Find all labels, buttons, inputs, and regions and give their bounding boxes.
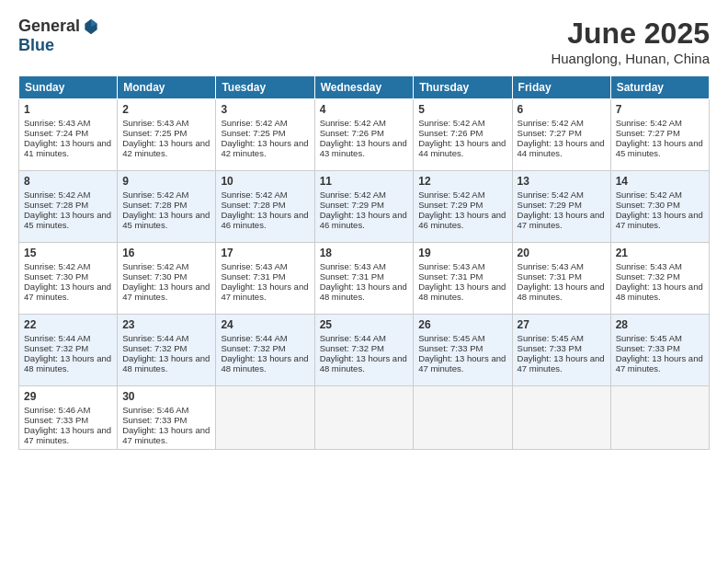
sunrise-label: Sunrise: 5:43 AM — [24, 118, 90, 128]
sunrise-label: Sunrise: 5:42 AM — [221, 190, 287, 200]
daylight-label: Daylight: 13 hours and 47 minutes. — [518, 353, 605, 373]
calendar-cell-w1-d1: 2 Sunrise: 5:43 AM Sunset: 7:25 PM Dayli… — [118, 99, 216, 171]
calendar-cell-w5-d1: 30 Sunrise: 5:46 AM Sunset: 7:33 PM Dayl… — [118, 386, 216, 450]
day-number: 27 — [518, 318, 606, 331]
daylight-label: Daylight: 13 hours and 42 minutes. — [122, 138, 210, 158]
calendar-cell-w1-d4: 5 Sunrise: 5:42 AM Sunset: 7:26 PM Dayli… — [414, 99, 512, 171]
calendar-week-1: 1 Sunrise: 5:43 AM Sunset: 7:24 PM Dayli… — [19, 99, 710, 171]
sunrise-label: Sunrise: 5:42 AM — [24, 190, 90, 200]
calendar-week-2: 8 Sunrise: 5:42 AM Sunset: 7:28 PM Dayli… — [19, 171, 710, 243]
calendar-cell-w5-d4 — [414, 386, 512, 450]
day-number: 23 — [122, 318, 210, 331]
sunrise-label: Sunrise: 5:46 AM — [122, 405, 188, 415]
daylight-label: Daylight: 13 hours and 44 minutes. — [518, 138, 605, 158]
calendar-cell-w5-d2 — [216, 386, 314, 450]
sunset-label: Sunset: 7:33 PM — [616, 343, 680, 353]
logo: General Blue — [18, 17, 100, 55]
day-number: 8 — [24, 175, 112, 188]
calendar-cell-w4-d1: 23 Sunrise: 5:44 AM Sunset: 7:32 PM Dayl… — [118, 315, 216, 386]
calendar-cell-w1-d3: 4 Sunrise: 5:42 AM Sunset: 7:26 PM Dayli… — [314, 99, 414, 171]
daylight-label: Daylight: 13 hours and 48 minutes. — [122, 353, 210, 373]
sunset-label: Sunset: 7:28 PM — [122, 200, 187, 210]
sunrise-label: Sunrise: 5:43 AM — [320, 261, 386, 271]
sunset-label: Sunset: 7:33 PM — [518, 343, 582, 353]
sunset-label: Sunset: 7:26 PM — [320, 128, 384, 138]
calendar-cell-w4-d3: 25 Sunrise: 5:44 AM Sunset: 7:32 PM Dayl… — [314, 315, 414, 386]
daylight-label: Daylight: 13 hours and 48 minutes. — [418, 282, 506, 302]
daylight-label: Daylight: 13 hours and 48 minutes. — [518, 282, 605, 302]
daylight-label: Daylight: 13 hours and 47 minutes. — [616, 210, 703, 230]
calendar-cell-w2-d1: 9 Sunrise: 5:42 AM Sunset: 7:28 PM Dayli… — [118, 171, 216, 243]
daylight-label: Daylight: 13 hours and 47 minutes. — [418, 353, 506, 373]
daylight-label: Daylight: 13 hours and 47 minutes. — [616, 353, 703, 373]
logo-blue-text: Blue — [18, 36, 54, 55]
day-number: 9 — [122, 175, 210, 188]
sunset-label: Sunset: 7:31 PM — [320, 271, 384, 282]
daylight-label: Daylight: 13 hours and 47 minutes. — [518, 210, 605, 230]
calendar-cell-w2-d5: 13 Sunrise: 5:42 AM Sunset: 7:29 PM Dayl… — [512, 171, 610, 243]
day-number: 14 — [616, 175, 704, 188]
daylight-label: Daylight: 13 hours and 47 minutes. — [122, 282, 210, 302]
day-number: 17 — [221, 247, 309, 259]
sunset-label: Sunset: 7:28 PM — [221, 200, 285, 210]
sunset-label: Sunset: 7:25 PM — [221, 128, 285, 138]
day-number: 6 — [518, 103, 606, 116]
month-title: June 2025 — [551, 17, 710, 51]
sunrise-label: Sunrise: 5:45 AM — [418, 333, 484, 343]
calendar-cell-w1-d5: 6 Sunrise: 5:42 AM Sunset: 7:27 PM Dayli… — [512, 99, 610, 171]
header-tuesday: Tuesday — [216, 76, 314, 99]
sunrise-label: Sunrise: 5:42 AM — [518, 118, 584, 128]
sunrise-label: Sunrise: 5:42 AM — [320, 118, 386, 128]
calendar-week-5: 29 Sunrise: 5:46 AM Sunset: 7:33 PM Dayl… — [19, 386, 710, 450]
title-block: June 2025 Huanglong, Hunan, China — [551, 17, 710, 66]
logo-icon — [82, 17, 100, 36]
sunset-label: Sunset: 7:28 PM — [24, 200, 88, 210]
calendar-cell-w5-d5 — [512, 386, 610, 450]
header: General Blue June 2025 Huanglong, Hunan,… — [18, 17, 710, 66]
sunset-label: Sunset: 7:32 PM — [221, 343, 285, 353]
header-friday: Friday — [512, 76, 610, 99]
sunrise-label: Sunrise: 5:42 AM — [122, 261, 188, 271]
day-number: 28 — [616, 318, 704, 331]
day-number: 15 — [24, 247, 112, 259]
calendar-cell-w3-d0: 15 Sunrise: 5:42 AM Sunset: 7:30 PM Dayl… — [19, 243, 118, 315]
calendar-week-3: 15 Sunrise: 5:42 AM Sunset: 7:30 PM Dayl… — [19, 243, 710, 315]
sunset-label: Sunset: 7:27 PM — [616, 128, 680, 138]
sunset-label: Sunset: 7:27 PM — [518, 128, 582, 138]
sunrise-label: Sunrise: 5:42 AM — [518, 190, 584, 200]
day-number: 4 — [320, 103, 409, 116]
daylight-label: Daylight: 13 hours and 41 minutes. — [24, 138, 111, 158]
sunrise-label: Sunrise: 5:45 AM — [616, 333, 682, 343]
sunset-label: Sunset: 7:30 PM — [122, 271, 187, 282]
day-number: 25 — [320, 318, 409, 331]
calendar-cell-w2-d0: 8 Sunrise: 5:42 AM Sunset: 7:28 PM Dayli… — [19, 171, 118, 243]
daylight-label: Daylight: 13 hours and 48 minutes. — [616, 282, 703, 302]
sunset-label: Sunset: 7:33 PM — [24, 415, 88, 425]
sunset-label: Sunset: 7:29 PM — [518, 200, 582, 210]
daylight-label: Daylight: 13 hours and 47 minutes. — [24, 425, 111, 445]
day-number: 11 — [320, 175, 409, 188]
sunrise-label: Sunrise: 5:44 AM — [221, 333, 287, 343]
calendar-cell-w2-d4: 12 Sunrise: 5:42 AM Sunset: 7:29 PM Dayl… — [414, 171, 512, 243]
calendar-cell-w2-d6: 14 Sunrise: 5:42 AM Sunset: 7:30 PM Dayl… — [610, 171, 709, 243]
sunrise-label: Sunrise: 5:43 AM — [122, 118, 188, 128]
daylight-label: Daylight: 13 hours and 47 minutes. — [122, 425, 210, 445]
calendar-cell-w5-d6 — [610, 386, 709, 450]
sunrise-label: Sunrise: 5:43 AM — [616, 261, 682, 271]
calendar-cell-w3-d1: 16 Sunrise: 5:42 AM Sunset: 7:30 PM Dayl… — [118, 243, 216, 315]
logo-general-text: General — [18, 17, 80, 36]
day-number: 21 — [616, 247, 704, 259]
sunrise-label: Sunrise: 5:44 AM — [122, 333, 188, 343]
header-saturday: Saturday — [610, 76, 709, 99]
daylight-label: Daylight: 13 hours and 47 minutes. — [221, 282, 308, 302]
sunrise-label: Sunrise: 5:46 AM — [24, 405, 90, 415]
day-number: 2 — [122, 103, 210, 116]
calendar-cell-w4-d2: 24 Sunrise: 5:44 AM Sunset: 7:32 PM Dayl… — [216, 315, 314, 386]
sunset-label: Sunset: 7:33 PM — [418, 343, 483, 353]
sunset-label: Sunset: 7:32 PM — [616, 271, 680, 282]
sunrise-label: Sunrise: 5:43 AM — [418, 261, 484, 271]
sunset-label: Sunset: 7:33 PM — [122, 415, 187, 425]
calendar-cell-w2-d3: 11 Sunrise: 5:42 AM Sunset: 7:29 PM Dayl… — [314, 171, 414, 243]
calendar-cell-w3-d2: 17 Sunrise: 5:43 AM Sunset: 7:31 PM Dayl… — [216, 243, 314, 315]
calendar-cell-w3-d4: 19 Sunrise: 5:43 AM Sunset: 7:31 PM Dayl… — [414, 243, 512, 315]
